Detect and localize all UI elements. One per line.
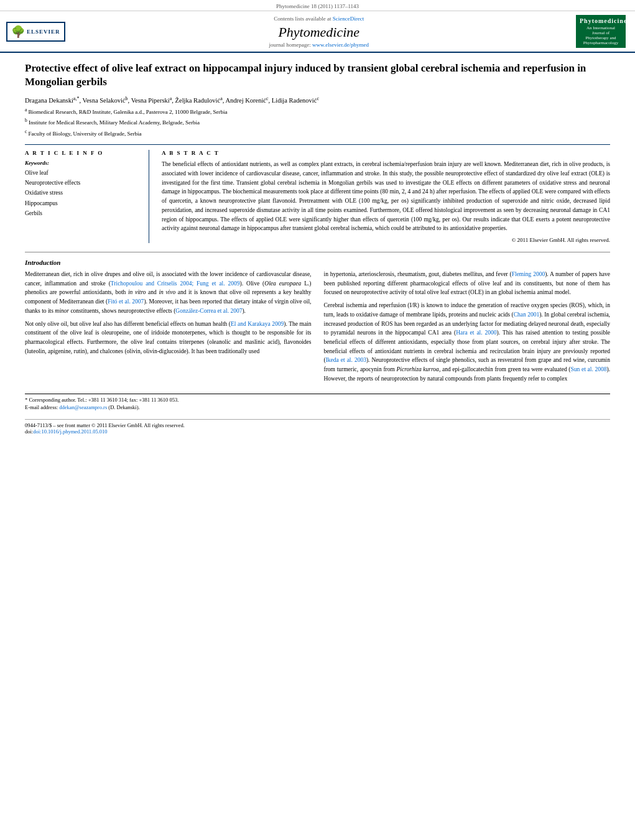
- affil-c: c Faculty of Biology, University of Belg…: [25, 128, 610, 139]
- elsevier-tree-icon: 🌳: [11, 25, 25, 39]
- footnote-2: E-mail address: ddekan@seazampro.rs (D. …: [25, 404, 610, 410]
- body-col-right: in hypertonia, arteriosclerosis, rheumat…: [324, 270, 611, 387]
- phyto-subtitle: An International Journal ofPhytotherapy …: [580, 25, 622, 45]
- abstract-paragraph: The beneficial effects of antioxidant nu…: [162, 160, 610, 233]
- elsevier-logo-box: 🌳 ELSEVIER: [6, 22, 65, 42]
- author-korenic: Andrej Korenićc,: [225, 97, 271, 104]
- elsevier-logo: 🌳 ELSEVIER: [6, 15, 65, 48]
- bottom-footer: 0944-7113/$ – see front matter © 2011 El…: [25, 419, 610, 435]
- affiliations: a Biomedical Research, R&D Institute, Ga…: [25, 106, 610, 139]
- intro-para-3: in hypertonia, arteriosclerosis, rheumat…: [324, 270, 611, 297]
- keywords-label: Keywords:: [25, 160, 140, 166]
- body-col-left: Mediterranean diet, rich in olive drupes…: [25, 270, 312, 387]
- journal-title-main: Phytomedicine: [72, 24, 567, 40]
- top-bar: Phytomedicine 18 (2011) 1137–1143: [0, 0, 635, 11]
- ref-sun: Sun et al. 2008: [571, 366, 607, 372]
- body-two-col: Mediterranean diet, rich in olive drupes…: [25, 270, 610, 387]
- contents-line: Contents lists available at ScienceDirec…: [72, 16, 567, 22]
- article-info-col: A R T I C L E I N F O Keywords: Olive le…: [25, 150, 149, 243]
- ref-fito: Fitó et al. 2007: [108, 298, 144, 305]
- keyword-2: Neuroprotective effects: [25, 178, 140, 188]
- ref-chan: Chan 2001: [514, 312, 540, 318]
- abstract-header: A B S T R A C T: [162, 150, 610, 156]
- ref-trichopoulou: Trichopoulou and Critselis 2004; Fung et…: [111, 280, 240, 287]
- author-radulovic: Željka Radulovića,: [175, 97, 226, 104]
- doi-line: doi:doi:10.1016/j.phymed.2011.05.010: [25, 428, 610, 435]
- author-piperski: Vesna Piperskia,: [131, 97, 175, 104]
- keyword-3: Oxidative stress: [25, 188, 140, 198]
- author-dekanski: Dragana Dekanskia,*,: [25, 97, 82, 104]
- article-info-abstract: A R T I C L E I N F O Keywords: Olive le…: [25, 144, 610, 243]
- keyword-5: Gerbils: [25, 208, 140, 218]
- elsevier-label: ELSEVIER: [27, 29, 60, 35]
- phyto-logo: Phytomedicine An International Journal o…: [573, 15, 629, 48]
- ref-gonzalez: González-Correa et al. 2007: [175, 308, 242, 314]
- section-divider: [25, 252, 610, 252]
- doi-link[interactable]: doi:10.1016/j.phymed.2011.05.010: [33, 428, 107, 435]
- copyright-line: © 2011 Elsevier GmbH. All rights reserve…: [162, 237, 610, 243]
- authors: Dragana Dekanskia,*, Vesna Selakovićb, V…: [25, 95, 610, 104]
- journal-center-info: Contents lists available at ScienceDirec…: [72, 15, 567, 48]
- email-link[interactable]: ddekan@seazampro.rs: [59, 404, 107, 410]
- issn-line: 0944-7113/$ – see front matter © 2011 El…: [25, 422, 610, 428]
- introduction-title: Introduction: [25, 259, 610, 266]
- intro-para-2: Not only olive oil, but olive leaf also …: [25, 320, 312, 356]
- affil-a: a Biomedical Research, R&D Institute, Ga…: [25, 106, 610, 117]
- sciencedirect-link[interactable]: ScienceDirect: [333, 16, 364, 22]
- homepage-line: journal homepage: www.elsevier.de/phymed: [72, 42, 567, 48]
- article-info-header: A R T I C L E I N F O: [25, 150, 140, 156]
- footnote-1: * Corresponding author. Tel.: +381 11 36…: [25, 397, 610, 403]
- affil-b: b Institute for Medical Research, Milita…: [25, 117, 610, 127]
- footnote-area: * Corresponding author. Tel.: +381 11 36…: [25, 394, 610, 410]
- article-content: Protective effect of olive leaf extract …: [0, 53, 635, 447]
- ref-el-karakaya: El and Karakaya 2009: [231, 321, 284, 327]
- keywords-list: Olive leaf Neuroprotective effects Oxida…: [25, 168, 140, 218]
- ref-fleming: Fleming 2000: [512, 271, 545, 277]
- journal-header: 🌳 ELSEVIER Contents lists available at S…: [0, 11, 635, 53]
- homepage-link[interactable]: www.elsevier.de/phymed: [312, 42, 369, 48]
- keyword-4: Hippocampus: [25, 198, 140, 208]
- intro-para-4: Cerebral ischemia and reperfusion (I/R) …: [324, 301, 611, 383]
- phyto-title: Phytomedicine: [580, 17, 622, 24]
- author-selakovic: Vesna Selakovićb,: [82, 97, 131, 104]
- abstract-col: A B S T R A C T The beneficial effects o…: [162, 150, 610, 243]
- intro-para-1: Mediterranean diet, rich in olive drupes…: [25, 270, 312, 316]
- abstract-text: The beneficial effects of antioxidant nu…: [162, 160, 610, 233]
- journal-ref: Phytomedicine 18 (2011) 1137–1143: [276, 3, 359, 9]
- article-title: Protective effect of olive leaf extract …: [25, 62, 610, 89]
- author-radenovic: Lidija Radenovićc: [272, 97, 319, 104]
- ref-ikeda: Ikeda et al. 2003: [326, 357, 366, 363]
- phyto-logo-box: Phytomedicine An International Journal o…: [576, 15, 626, 48]
- keyword-1: Olive leaf: [25, 168, 140, 178]
- ref-hara: Hara et al. 2000: [456, 330, 496, 336]
